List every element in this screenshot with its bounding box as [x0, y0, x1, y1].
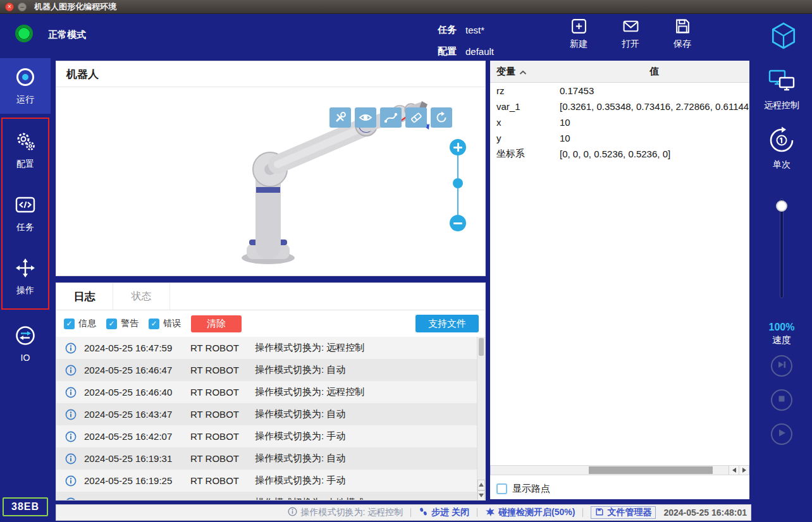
variables-horizontal-scrollbar[interactable] — [490, 465, 749, 475]
tools-icon[interactable] — [329, 107, 351, 128]
log-row[interactable]: 2024-05-25 16:43:47 RT ROBOT 操作模式切换为: 自动 — [56, 403, 485, 425]
collapse-caret-icon[interactable] — [519, 66, 527, 77]
variables-header: 变量 值 — [490, 61, 749, 83]
left-sidebar: 运行 配置 任务 操作 IO 38EB — [0, 58, 51, 522]
scrollbar-thumb[interactable] — [479, 338, 484, 356]
log-row[interactable]: 2024-05-25 16:46:40 RT ROBOT 操作模式切换为: 远程… — [56, 381, 485, 403]
eye-icon[interactable] — [355, 107, 376, 128]
show-waypoints-label: 显示路点 — [512, 483, 550, 495]
speed-slider-track[interactable] — [780, 198, 784, 298]
sidebar-item-operate[interactable]: 操作 — [3, 245, 48, 308]
variable-value: [0, 0, 0, 0.5236, 0.5236, 0] — [560, 149, 749, 159]
step-forward-button[interactable] — [771, 355, 792, 377]
show-waypoints-checkbox[interactable]: 显示路点 — [496, 483, 550, 495]
robot-3d-viewport[interactable] — [56, 87, 485, 275]
speed-slider-handle[interactable] — [776, 200, 787, 212]
config-value[interactable]: default — [465, 46, 494, 57]
support-files-button[interactable]: 支持文件 — [415, 315, 479, 332]
separator — [410, 508, 411, 517]
minimize-icon[interactable]: – — [18, 3, 27, 11]
speed-value: 100% — [751, 321, 812, 334]
zoom-in-icon[interactable] — [450, 139, 466, 155]
stop-button[interactable] — [771, 389, 792, 411]
scroll-right-icon[interactable] — [739, 466, 749, 475]
log-time: 2024-05-25 16:46:47 — [84, 365, 190, 375]
checkbox-checked-icon — [106, 319, 117, 329]
viewport-toolbar — [329, 107, 452, 128]
titlebar: × – 机器人图形化编程环境 — [0, 0, 812, 14]
save-button[interactable]: 保存 — [664, 18, 701, 50]
zoom-control — [450, 139, 466, 231]
zoom-slider-handle[interactable] — [453, 178, 463, 188]
collision-toggle[interactable]: 碰撞检测开启(50%) — [485, 507, 575, 519]
sidebar-item-task[interactable]: 任务 — [3, 182, 48, 245]
new-button[interactable]: 新建 — [560, 18, 597, 50]
sidebar-item-config[interactable]: 配置 — [3, 119, 48, 182]
info-icon — [65, 365, 77, 376]
play-button[interactable] — [771, 423, 792, 445]
log-panel: 日志 状态 信息 警告 错误 清除 支持文件 2024-05-25 16:47:… — [56, 282, 486, 501]
statusbar: 操作模式切换为: 远程控制 步进 关闭 碰撞检测开启(50%) 文件管理器 20… — [56, 504, 751, 521]
io-swap-icon — [15, 325, 36, 348]
scroll-left-icon[interactable] — [729, 466, 739, 475]
sidebar-item-label: 配置 — [16, 159, 34, 170]
open-button[interactable]: 打开 — [612, 18, 649, 50]
info-icon — [288, 507, 297, 518]
filter-warning-label: 警告 — [121, 318, 138, 329]
path-spline-icon[interactable] — [380, 107, 402, 128]
log-row[interactable]: 2024-05-25 16:19:31 RT ROBOT 操作模式切换为: 自动 — [56, 447, 485, 470]
single-cycle-button[interactable]: 单次 — [751, 126, 812, 171]
filter-warning-checkbox[interactable]: 警告 — [106, 318, 138, 329]
file-manager-button[interactable]: 文件管理器 — [591, 506, 656, 519]
single-cycle-icon — [768, 126, 796, 156]
eraser-icon[interactable] — [405, 107, 427, 128]
remote-control-button[interactable]: 远程控制 — [751, 68, 812, 111]
log-message: 操作模式切换为: 远程控制 — [255, 386, 485, 398]
variable-row[interactable]: 坐标系 [0, 0, 0, 0.5236, 0.5236, 0] — [490, 146, 749, 162]
filter-error-label: 错误 — [163, 318, 181, 329]
filter-error-checkbox[interactable]: 错误 — [149, 318, 181, 329]
variable-name: 坐标系 — [490, 148, 560, 160]
step-label: 步进 关闭 — [431, 507, 469, 518]
log-time: 2024-05-25 16:43:47 — [84, 409, 190, 420]
tab-status[interactable]: 状态 — [113, 283, 170, 310]
checkbox-checked-icon — [64, 319, 75, 329]
rotate-icon[interactable] — [431, 107, 452, 128]
log-row[interactable]: 2024-05-25 16:17:15 RT ROBOT 操作模式切换为: 本地… — [56, 492, 485, 501]
log-vertical-scrollbar[interactable] — [477, 337, 485, 501]
clear-button[interactable]: 清除 — [191, 315, 242, 332]
sidebar-item-run[interactable]: 运行 — [0, 58, 51, 114]
log-source: RT ROBOT — [190, 409, 255, 420]
scrollbar-thumb[interactable] — [589, 466, 713, 474]
step-toggle[interactable]: 步进 关闭 — [419, 507, 469, 518]
zoom-out-icon[interactable] — [450, 215, 466, 231]
log-source: RT ROBOT — [190, 431, 255, 442]
log-time: 2024-05-25 16:19:31 — [84, 453, 190, 464]
log-tabs: 日志 状态 — [56, 283, 485, 310]
close-icon[interactable]: × — [5, 3, 14, 11]
log-row[interactable]: 2024-05-25 16:46:47 RT ROBOT 操作模式切换为: 自动 — [56, 359, 485, 381]
info-icon — [65, 475, 77, 487]
sidebar-item-label: 运行 — [16, 94, 34, 106]
scroll-up-icon[interactable] — [477, 480, 485, 490]
filter-info-checkbox[interactable]: 信息 — [64, 318, 96, 329]
task-value[interactable]: test* — [465, 25, 484, 35]
info-icon — [65, 387, 77, 398]
variable-row[interactable]: x 10 — [490, 114, 749, 130]
variables-column-name[interactable]: 变量 — [490, 66, 560, 78]
open-file-icon — [622, 18, 639, 37]
tab-log[interactable]: 日志 — [56, 283, 113, 310]
log-source: RT ROBOT — [190, 365, 255, 375]
task-label: 任务 — [438, 24, 457, 36]
log-row[interactable]: 2024-05-25 16:42:07 RT ROBOT 操作模式切换为: 手动 — [56, 425, 485, 447]
variable-row[interactable]: rz 0.17453 — [490, 83, 749, 99]
scroll-down-icon[interactable] — [477, 490, 485, 501]
variable-row[interactable]: var_1 [0.3261, 0.35348, 0.73416, 2.72866… — [490, 99, 749, 114]
sidebar-item-io[interactable]: IO — [0, 315, 51, 373]
variables-panel: 变量 值 rz 0.17453 var_1 [0.3261, 0.35348, … — [490, 61, 749, 499]
new-document-icon — [570, 18, 587, 37]
log-row[interactable]: 2024-05-25 16:19:25 RT ROBOT 操作模式切换为: 手动 — [56, 470, 485, 492]
log-filter-bar: 信息 警告 错误 清除 支持文件 — [56, 310, 485, 337]
log-row[interactable]: 2024-05-25 16:47:59 RT ROBOT 操作模式切换为: 远程… — [56, 337, 485, 359]
variable-row[interactable]: y 10 — [490, 130, 749, 146]
